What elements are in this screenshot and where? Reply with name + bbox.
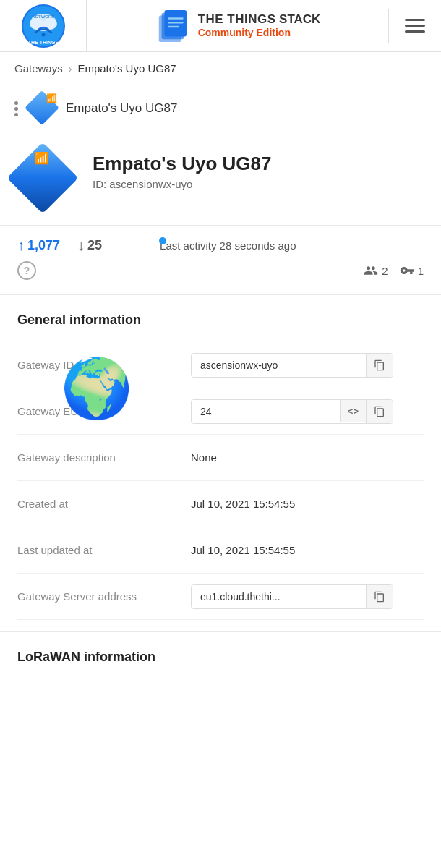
profile-section: 📶 Empato's Uyo UG87 ID: ascensionwx-uyo [0,132,441,226]
copy-icon [374,359,385,371]
downlink-stat: ↓ 25 [77,237,102,254]
gateway-eui-row: Gateway EUI 🌍 <> [17,388,424,435]
stats-bottom-row: ? 2 1 [17,261,424,280]
gateway-description-row: Gateway description None [17,435,424,481]
server-address-row: Gateway Server address [17,574,424,620]
help-icon-button[interactable]: ? [17,261,36,280]
context-menu-button[interactable] [14,101,18,116]
gateway-id-input[interactable] [192,354,366,377]
copy-icon-eui [374,406,385,417]
uplink-count: 1,077 [27,238,60,253]
gateway-eui-label: Gateway EUI [17,405,191,417]
collaborators-badge: 2 [364,263,388,278]
brand-text: THE THINGS STACK Community Edition [198,12,321,39]
ttn-logo: THE THINGS NETWORK [0,0,87,52]
sub-header-title: Empato's Uyo UG87 [66,101,177,116]
stack-logo-icon [155,9,189,43]
hamburger-icon [405,19,425,33]
created-at-label: Created at [17,498,191,510]
activity-indicator [159,237,166,244]
copy-icon-server [374,591,385,603]
lorawan-section: LoRaWAN information [0,631,441,691]
brand-section: THE THINGS STACK Community Edition [87,9,389,43]
gateway-id-value [191,353,424,378]
key-icon [400,263,414,278]
server-address-input[interactable] [192,585,366,608]
server-address-label: Gateway Server address [17,590,191,603]
uplink-arrow-icon: ↑ [17,237,25,254]
svg-text:THE THINGS: THE THINGS [27,40,59,45]
last-updated-label: Last updated at [17,544,191,556]
gateway-icon-small: 📶 [30,95,56,122]
id-label: ID: [93,178,106,190]
last-updated-value: Jul 10, 2021 15:54:55 [191,544,424,556]
collaborators-icon [364,263,378,278]
lorawan-title: LoRaWAN information [17,650,424,665]
gateway-id-row: Gateway ID [17,342,424,388]
sub-header-bar: 📶 Empato's Uyo UG87 [0,85,441,132]
general-info-title: General information [17,312,424,328]
gateway-id-copy-button[interactable] [366,354,393,377]
gateway-id-display: ID: ascensionwx-uyo [93,178,424,190]
collaborators-count: 2 [382,265,388,277]
breadcrumb-separator: › [69,63,72,75]
general-info-section: General information Gateway ID Gateway E… [0,295,441,631]
profile-info: Empato's Uyo UG87 ID: ascensionwx-uyo [93,153,424,190]
downlink-arrow-icon: ↓ [77,237,85,254]
brand-line1: THE THINGS STACK [198,12,321,27]
id-value: ascensionwx-uyo [109,178,192,190]
stats-section: ↑ 1,077 ↓ 25 Last activity 28 seconds ag… [0,226,441,295]
server-address-value [191,584,424,609]
breadcrumb-current: Empato's Uyo UG87 [77,62,176,75]
community-edition-label: Community Edition [198,27,321,39]
server-address-copy-button[interactable] [366,585,393,608]
created-at-row: Created at Jul 10, 2021 15:54:55 [17,481,424,527]
gateway-description-value: None [191,451,424,464]
last-activity-text: Last activity 28 seconds ago [160,238,296,253]
gateway-eui-input[interactable] [192,400,340,423]
stats-icons-group: 2 1 [364,263,424,278]
gateway-id-label: Gateway ID [17,359,191,371]
gateway-id-input-group [191,353,393,378]
server-address-input-group [191,584,393,609]
created-at-value: Jul 10, 2021 15:54:55 [191,498,424,510]
gateway-eui-copy-button[interactable] [366,400,393,423]
gateway-eui-input-group: <> [191,399,393,424]
svg-text:NETWORK: NETWORK [32,14,54,19]
hamburger-menu[interactable] [389,19,441,33]
gateway-name: Empato's Uyo UG87 [93,153,424,175]
api-keys-count: 1 [418,265,424,277]
downlink-count: 25 [87,238,102,253]
last-updated-row: Last updated at Jul 10, 2021 15:54:55 [17,527,424,574]
code-icon: <> [348,406,359,417]
ttn-logo-svg: THE THINGS NETWORK [21,4,66,48]
breadcrumb-parent-link[interactable]: Gateways [14,62,63,75]
gateway-icon-large: 📶 [17,153,75,210]
svg-point-5 [41,33,45,36]
header: THE THINGS NETWORK THE THINGS STACK Comm… [0,0,441,52]
api-keys-badge: 1 [400,263,424,278]
gateway-eui-value: 🌍 <> [191,399,424,424]
uplink-stat: ↑ 1,077 [17,237,60,254]
eui-code-button[interactable]: <> [340,400,366,422]
breadcrumb: Gateways › Empato's Uyo UG87 [0,52,441,85]
gateway-description-label: Gateway description [17,451,191,464]
